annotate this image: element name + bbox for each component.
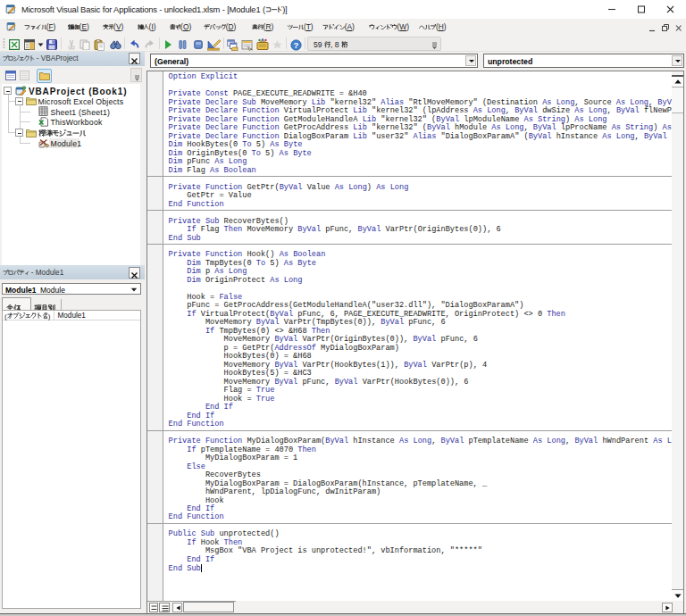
svg-text:?: ? bbox=[294, 40, 299, 50]
